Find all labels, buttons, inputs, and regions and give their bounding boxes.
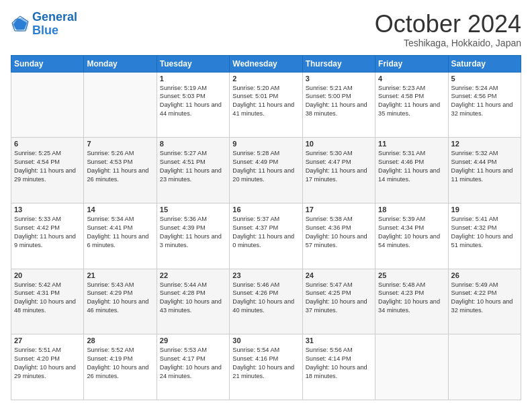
header: General Blue October 2024 Teshikaga, Hok… [11, 11, 521, 48]
table-row: 18Sunrise: 5:39 AM Sunset: 4:34 PM Dayli… [375, 203, 448, 269]
cell-content: Sunrise: 5:41 AM Sunset: 4:32 PM Dayligh… [451, 215, 518, 250]
cell-content: Sunrise: 5:56 AM Sunset: 4:14 PM Dayligh… [306, 346, 372, 381]
table-row: 28Sunrise: 5:52 AM Sunset: 4:19 PM Dayli… [84, 334, 157, 400]
day-number: 5 [451, 75, 518, 83]
day-number: 15 [160, 205, 226, 214]
col-sunday: Sunday [11, 55, 84, 72]
day-number: 2 [232, 75, 299, 83]
cell-content: Sunrise: 5:43 AM Sunset: 4:29 PM Dayligh… [87, 281, 153, 316]
day-number: 18 [378, 205, 445, 214]
day-number: 12 [451, 140, 518, 148]
day-number: 19 [451, 205, 518, 214]
table-row: 26Sunrise: 5:49 AM Sunset: 4:22 PM Dayli… [448, 269, 521, 334]
logo-icon [11, 15, 30, 34]
location: Teshikaga, Hokkaido, Japan [375, 38, 521, 48]
cell-content: Sunrise: 5:26 AM Sunset: 4:53 PM Dayligh… [87, 149, 153, 184]
page: General Blue October 2024 Teshikaga, Hok… [0, 0, 532, 411]
col-thursday: Thursday [302, 55, 375, 72]
title-block: October 2024 Teshikaga, Hokkaido, Japan [375, 11, 521, 48]
cell-content: Sunrise: 5:52 AM Sunset: 4:19 PM Dayligh… [87, 346, 153, 381]
cell-content: Sunrise: 5:51 AM Sunset: 4:20 PM Dayligh… [14, 346, 81, 381]
table-row: 27Sunrise: 5:51 AM Sunset: 4:20 PM Dayli… [11, 334, 84, 400]
calendar-row-5: 27Sunrise: 5:51 AM Sunset: 4:20 PM Dayli… [11, 334, 521, 400]
day-number: 25 [378, 271, 445, 279]
cell-content: Sunrise: 5:28 AM Sunset: 4:49 PM Dayligh… [232, 149, 299, 184]
day-number: 16 [232, 205, 299, 214]
table-row: 3Sunrise: 5:21 AM Sunset: 5:00 PM Daylig… [302, 72, 375, 138]
cell-content: Sunrise: 5:42 AM Sunset: 4:31 PM Dayligh… [14, 281, 81, 316]
cell-content: Sunrise: 5:44 AM Sunset: 4:28 PM Dayligh… [160, 281, 226, 316]
table-row [84, 72, 157, 138]
table-row: 31Sunrise: 5:56 AM Sunset: 4:14 PM Dayli… [302, 334, 375, 400]
logo-text: General Blue [32, 11, 77, 38]
table-row: 29Sunrise: 5:53 AM Sunset: 4:17 PM Dayli… [157, 334, 229, 400]
day-number: 21 [87, 271, 153, 279]
table-row: 21Sunrise: 5:43 AM Sunset: 4:29 PM Dayli… [84, 269, 157, 334]
cell-content: Sunrise: 5:23 AM Sunset: 4:58 PM Dayligh… [378, 84, 445, 119]
table-row: 16Sunrise: 5:37 AM Sunset: 4:37 PM Dayli… [230, 203, 302, 269]
cell-content: Sunrise: 5:21 AM Sunset: 5:00 PM Dayligh… [306, 84, 372, 119]
logo: General Blue [11, 11, 77, 38]
table-row: 7Sunrise: 5:26 AM Sunset: 4:53 PM Daylig… [84, 138, 157, 203]
day-number: 8 [160, 140, 226, 148]
table-row [375, 334, 448, 400]
table-row: 30Sunrise: 5:54 AM Sunset: 4:16 PM Dayli… [230, 334, 302, 400]
table-row: 11Sunrise: 5:31 AM Sunset: 4:46 PM Dayli… [375, 138, 448, 203]
col-wednesday: Wednesday [230, 55, 302, 72]
table-row: 9Sunrise: 5:28 AM Sunset: 4:49 PM Daylig… [230, 138, 302, 203]
col-friday: Friday [375, 55, 448, 72]
day-number: 31 [306, 336, 372, 345]
day-number: 1 [160, 75, 226, 83]
cell-content: Sunrise: 5:49 AM Sunset: 4:22 PM Dayligh… [451, 281, 518, 316]
cell-content: Sunrise: 5:54 AM Sunset: 4:16 PM Dayligh… [232, 346, 299, 381]
table-row: 24Sunrise: 5:47 AM Sunset: 4:25 PM Dayli… [302, 269, 375, 334]
day-number: 29 [160, 336, 226, 345]
cell-content: Sunrise: 5:31 AM Sunset: 4:46 PM Dayligh… [378, 149, 445, 184]
calendar-header-row: Sunday Monday Tuesday Wednesday Thursday… [11, 55, 521, 72]
cell-content: Sunrise: 5:24 AM Sunset: 4:56 PM Dayligh… [451, 84, 518, 119]
day-number: 6 [14, 140, 81, 148]
day-number: 7 [87, 140, 153, 148]
cell-content: Sunrise: 5:27 AM Sunset: 4:51 PM Dayligh… [160, 149, 226, 184]
col-monday: Monday [84, 55, 157, 72]
table-row: 12Sunrise: 5:32 AM Sunset: 4:44 PM Dayli… [448, 138, 521, 203]
day-number: 26 [451, 271, 518, 279]
day-number: 3 [306, 75, 372, 83]
table-row: 13Sunrise: 5:33 AM Sunset: 4:42 PM Dayli… [11, 203, 84, 269]
day-number: 27 [14, 336, 81, 345]
day-number: 23 [232, 271, 299, 279]
month-title: October 2024 [375, 11, 521, 38]
table-row: 2Sunrise: 5:20 AM Sunset: 5:01 PM Daylig… [230, 72, 302, 138]
calendar-row-1: 1Sunrise: 5:19 AM Sunset: 5:03 PM Daylig… [11, 72, 521, 138]
col-saturday: Saturday [448, 55, 521, 72]
calendar-row-3: 13Sunrise: 5:33 AM Sunset: 4:42 PM Dayli… [11, 203, 521, 269]
logo-line2: Blue [32, 24, 58, 37]
table-row: 14Sunrise: 5:34 AM Sunset: 4:41 PM Dayli… [84, 203, 157, 269]
cell-content: Sunrise: 5:46 AM Sunset: 4:26 PM Dayligh… [232, 281, 299, 316]
day-number: 13 [14, 205, 81, 214]
cell-content: Sunrise: 5:37 AM Sunset: 4:37 PM Dayligh… [232, 215, 299, 250]
day-number: 4 [378, 75, 445, 83]
day-number: 22 [160, 271, 226, 279]
table-row [448, 334, 521, 400]
day-number: 28 [87, 336, 153, 345]
calendar-row-4: 20Sunrise: 5:42 AM Sunset: 4:31 PM Dayli… [11, 269, 521, 334]
table-row: 1Sunrise: 5:19 AM Sunset: 5:03 PM Daylig… [157, 72, 229, 138]
table-row: 5Sunrise: 5:24 AM Sunset: 4:56 PM Daylig… [448, 72, 521, 138]
cell-content: Sunrise: 5:19 AM Sunset: 5:03 PM Dayligh… [160, 84, 226, 119]
cell-content: Sunrise: 5:53 AM Sunset: 4:17 PM Dayligh… [160, 346, 226, 381]
table-row: 6Sunrise: 5:25 AM Sunset: 4:54 PM Daylig… [11, 138, 84, 203]
table-row: 19Sunrise: 5:41 AM Sunset: 4:32 PM Dayli… [448, 203, 521, 269]
cell-content: Sunrise: 5:20 AM Sunset: 5:01 PM Dayligh… [232, 84, 299, 119]
cell-content: Sunrise: 5:39 AM Sunset: 4:34 PM Dayligh… [378, 215, 445, 250]
day-number: 11 [378, 140, 445, 148]
calendar-row-2: 6Sunrise: 5:25 AM Sunset: 4:54 PM Daylig… [11, 138, 521, 203]
cell-content: Sunrise: 5:36 AM Sunset: 4:39 PM Dayligh… [160, 215, 226, 250]
day-number: 30 [232, 336, 299, 345]
day-number: 20 [14, 271, 81, 279]
table-row [11, 72, 84, 138]
cell-content: Sunrise: 5:25 AM Sunset: 4:54 PM Dayligh… [14, 149, 81, 184]
day-number: 17 [306, 205, 372, 214]
cell-content: Sunrise: 5:47 AM Sunset: 4:25 PM Dayligh… [306, 281, 372, 316]
day-number: 10 [306, 140, 372, 148]
